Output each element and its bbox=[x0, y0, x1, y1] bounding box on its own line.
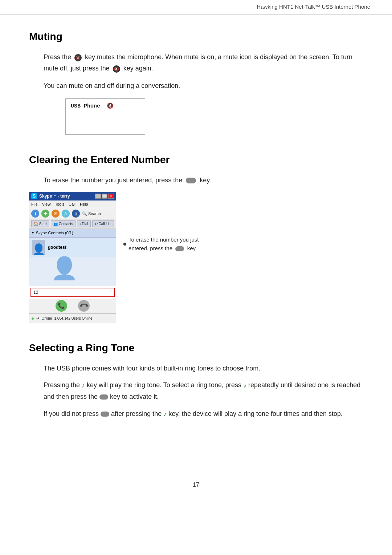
menu-help[interactable]: Help bbox=[80, 201, 88, 207]
note-key-2: ♪ bbox=[243, 382, 246, 389]
skype-statusbar: ● ⇄ Online 1,664,142 Users Online bbox=[29, 313, 116, 323]
muting-section: Muting Press the 🔇 key mutes the microph… bbox=[29, 29, 363, 135]
search-button[interactable]: 🔍 Search bbox=[82, 211, 101, 217]
muting-para1: Press the 🔇 key mutes the microphone. Wh… bbox=[44, 52, 363, 74]
info-icon[interactable]: ℹ bbox=[31, 210, 39, 218]
note-key-3: ♪ bbox=[163, 410, 167, 417]
call-button[interactable]: 📞 bbox=[56, 300, 67, 312]
callout-key-icon bbox=[175, 246, 184, 251]
status-dot: ● bbox=[31, 315, 34, 322]
dial-input-row[interactable]: 12 ˅ bbox=[30, 288, 115, 297]
dial-input-value: 12 bbox=[33, 289, 110, 296]
contact-name: goodtest bbox=[48, 244, 66, 251]
menu-call[interactable]: Call bbox=[69, 201, 75, 207]
skype-titlebar: S Skype™ - terry _ ▭ ✕ bbox=[29, 192, 116, 200]
menu-tools[interactable]: Tools bbox=[55, 201, 64, 207]
status-arrows: ⇄ bbox=[36, 316, 39, 321]
skype-logo: S bbox=[31, 193, 37, 199]
header-title: Hawking HNT1 Net-Talk™ USB Internet Phon… bbox=[257, 4, 370, 10]
ring-tone-para2: Pressing the ♪ key will play the ring to… bbox=[44, 380, 363, 402]
search-icon: 🔍 bbox=[82, 211, 87, 217]
end-call-button[interactable]: 📞 bbox=[75, 297, 92, 314]
svg-text:🔇: 🔇 bbox=[75, 55, 81, 60]
chat-icon[interactable]: ✉ bbox=[52, 210, 60, 218]
callout-text: To erase the number you just entered, pr… bbox=[128, 235, 199, 253]
skype-toolbar: ℹ ✚ ✉ A ℹ 🔍 Search bbox=[29, 208, 116, 219]
usb-phone-display: USB Phone 🔇 bbox=[65, 98, 145, 135]
end-key-inline bbox=[99, 394, 108, 400]
titlebar-left: S Skype™ - terry bbox=[31, 193, 70, 199]
restore-button[interactable]: ▭ bbox=[102, 194, 107, 199]
skype-nav: 🏠 Start 👥 Contacts ▪ Dial ↩ Call List bbox=[29, 219, 116, 229]
ring-tone-para1: The USB phone comes with four kinds of b… bbox=[44, 363, 363, 374]
menu-file[interactable]: File bbox=[31, 201, 38, 207]
nav-dial[interactable]: ▪ Dial bbox=[77, 220, 91, 227]
contacts-header: ▼ Skype Contacts (0/1) bbox=[29, 229, 116, 238]
nav-contacts[interactable]: 👥 Contacts bbox=[51, 220, 75, 227]
muting-heading: Muting bbox=[29, 29, 363, 44]
ring-tone-para3: If you did not press after pressing the … bbox=[44, 408, 363, 420]
mute-key-icon2: 🔇 bbox=[113, 63, 121, 74]
avatar-silhouette: 👤 bbox=[32, 244, 45, 255]
page-content: Muting Press the 🔇 key mutes the microph… bbox=[0, 15, 392, 459]
menu-view[interactable]: View bbox=[42, 201, 51, 207]
close-button[interactable]: ✕ bbox=[108, 194, 114, 199]
mute-key-icon1: 🔇 bbox=[74, 52, 82, 63]
muting-para2: You can mute on and off during a convers… bbox=[44, 80, 363, 92]
page-header: Hawking HNT1 Net-Talk™ USB Internet Phon… bbox=[0, 0, 392, 15]
callout-content: To erase the number you just entered, pr… bbox=[123, 235, 199, 253]
clearing-para1: To erase the number you just entered, pr… bbox=[44, 175, 363, 186]
status-text: Online bbox=[41, 316, 52, 321]
page-footer: 17 bbox=[0, 481, 392, 489]
callout-line2: entered, press the bbox=[128, 245, 172, 251]
triangle-icon: ▼ bbox=[31, 231, 34, 236]
nav-start[interactable]: 🏠 Start bbox=[31, 220, 49, 227]
add-contact-icon[interactable]: ✚ bbox=[41, 210, 49, 218]
dial-dropdown-icon[interactable]: ˅ bbox=[110, 289, 112, 295]
callout-line1: To erase the number you just bbox=[128, 236, 199, 243]
search-label: Search bbox=[88, 211, 101, 217]
usb-phone-text: USB Phone 🔇 bbox=[71, 102, 114, 111]
clearing-heading: Clearing the Entered Number bbox=[29, 152, 363, 167]
skype-body: 👤 bbox=[29, 257, 116, 286]
callout-dot bbox=[123, 243, 126, 246]
profile-icon[interactable]: A bbox=[62, 210, 70, 218]
watermark-icon: 👤 bbox=[51, 252, 78, 285]
call-buttons: 📞 📞 bbox=[29, 299, 116, 313]
callout-line3: key. bbox=[187, 245, 197, 251]
page-number: 17 bbox=[193, 482, 199, 488]
privacy-icon[interactable]: ℹ bbox=[72, 210, 80, 218]
end-call-key bbox=[186, 178, 196, 183]
window-buttons: _ ▭ ✕ bbox=[95, 194, 114, 199]
note-key-1: ♪ bbox=[82, 382, 85, 389]
skype-section: S Skype™ - terry _ ▭ ✕ File View Tools C… bbox=[29, 192, 363, 323]
clearing-section: Clearing the Entered Number To erase the… bbox=[29, 152, 363, 323]
end-key-inline2 bbox=[101, 412, 109, 417]
users-online: 1,664,142 Users Online bbox=[54, 316, 92, 321]
nav-calllist[interactable]: ↩ Call List bbox=[92, 220, 114, 227]
skype-title: Skype™ - terry bbox=[39, 193, 70, 199]
minimize-button[interactable]: _ bbox=[95, 194, 101, 199]
svg-text:🔇: 🔇 bbox=[114, 66, 119, 72]
skype-menubar: File View Tools Call Help bbox=[29, 200, 116, 208]
contacts-header-label: Skype Contacts (0/1) bbox=[36, 230, 73, 236]
ring-tone-heading: Selecting a Ring Tone bbox=[29, 340, 363, 356]
contact-avatar: 👤 bbox=[32, 240, 45, 255]
skype-window: S Skype™ - terry _ ▭ ✕ File View Tools C… bbox=[29, 192, 116, 323]
callout-annotation: To erase the number you just entered, pr… bbox=[123, 192, 199, 253]
ring-tone-section: Selecting a Ring Tone The USB phone come… bbox=[29, 340, 363, 420]
